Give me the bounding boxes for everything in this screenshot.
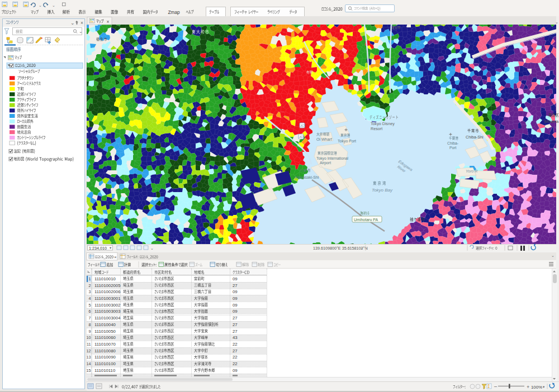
svg-text:Airport: Airport (320, 161, 331, 165)
svg-text:11101003001: 11101003001 (94, 296, 121, 301)
svg-text:111010050: 111010050 (94, 329, 116, 334)
svg-text:111010070: 111010070 (94, 342, 116, 347)
svg-text:111010100: 111010100 (94, 361, 116, 366)
svg-text:⌄: ⌄ (52, 3, 55, 7)
svg-text:Umihotaru PA: Umihotaru PA (354, 218, 378, 222)
svg-text:Zmap: Zmap (168, 9, 181, 15)
svg-text:Chiba-: Chiba- (447, 141, 458, 145)
svg-text:09: 09 (233, 303, 238, 308)
svg-text:111010080: 111010080 (94, 348, 116, 353)
svg-text:3: 3 (89, 289, 91, 294)
svg-text:09: 09 (233, 289, 238, 294)
svg-text:14: 14 (87, 361, 91, 366)
svg-text:22: 22 (233, 342, 238, 347)
svg-text:▾: ▾ (543, 385, 545, 389)
svg-text:111010110: 111010110 (94, 368, 116, 373)
svg-text:11101002005: 11101002005 (94, 283, 121, 288)
svg-text:×: × (114, 255, 117, 260)
svg-text:15: 15 (87, 368, 91, 373)
svg-text:4: 4 (89, 296, 91, 301)
svg-text:09: 09 (233, 309, 238, 314)
svg-text:JCT: JCT (299, 135, 305, 138)
svg-text:–: – (494, 384, 497, 389)
svg-text:9: 9 (89, 329, 91, 334)
svg-text:09: 09 (233, 296, 238, 301)
svg-text:27: 27 (233, 283, 238, 288)
svg-text:⌄: ⌄ (150, 246, 154, 250)
svg-text:⌄: ⌄ (551, 254, 555, 257)
svg-text:09: 09 (233, 368, 238, 373)
svg-text:10: 10 (87, 335, 91, 340)
svg-text:×: × (80, 20, 83, 26)
svg-text:Port: Port (449, 146, 457, 150)
svg-text:Resort: Resort (371, 126, 382, 131)
svg-text:111010060: 111010060 (94, 335, 116, 340)
svg-text:09: 09 (233, 276, 238, 281)
svg-text:11: 11 (87, 342, 91, 347)
svg-text:8: 8 (89, 322, 91, 327)
svg-text:Mihama-K: Mihama-K (544, 119, 559, 123)
svg-text:111010090: 111010090 (94, 355, 116, 360)
svg-text:5: 5 (89, 303, 91, 308)
svg-text:⌄: ⌄ (70, 20, 75, 26)
svg-text:111010040: 111010040 (94, 322, 116, 327)
svg-text:1:234,010: 1:234,010 (89, 246, 107, 251)
svg-text:+: + (527, 384, 529, 390)
svg-text:11101002006: 11101002006 (94, 289, 121, 294)
svg-text:JCT: JCT (300, 124, 306, 127)
svg-text:Kawasaki-Shi: Kawasaki-Shi (295, 175, 319, 179)
svg-text:Oi Wharf: Oi Wharf (316, 137, 332, 141)
svg-text:111010010: 111010010 (94, 276, 116, 281)
svg-text:6: 6 (89, 309, 91, 314)
svg-text:Tokyo Disney: Tokyo Disney (371, 121, 395, 126)
svg-text:⌄: ⌄ (79, 29, 83, 34)
svg-text:11101003002: 11101003002 (94, 303, 121, 308)
svg-text:139.6109800°E 35.6158102°N: 139.6109800°E 35.6158102°N (313, 246, 368, 251)
svg-text:2: 2 (89, 283, 91, 288)
svg-text:Tokyo Port: Tokyo Port (338, 139, 356, 144)
svg-text:27: 27 (233, 322, 238, 327)
svg-text:27: 27 (233, 329, 238, 334)
svg-text:⌄: ⌄ (39, 3, 42, 7)
svg-text:22: 22 (233, 361, 238, 366)
svg-text:Tokyo International: Tokyo International (316, 156, 349, 161)
svg-text:Tokyo Bay: Tokyo Bay (372, 188, 393, 193)
svg-text:27: 27 (233, 348, 238, 353)
svg-text:Yoro R: Yoro R (466, 169, 477, 173)
svg-text:⌄: ⌄ (361, 246, 363, 250)
svg-text:43: 43 (233, 335, 238, 340)
svg-text:27: 27 (233, 315, 238, 321)
svg-text:100%: 100% (531, 385, 542, 390)
svg-text:1: 1 (89, 276, 91, 281)
svg-text:11101003004: 11101003004 (94, 315, 121, 321)
svg-text:×: × (107, 19, 110, 25)
svg-text:⌄: ⌄ (555, 20, 558, 24)
svg-text:Chiba-Shi: Chiba-Shi (466, 135, 484, 140)
svg-text:22: 22 (233, 355, 238, 360)
svg-text:11101003003: 11101003003 (94, 309, 121, 314)
svg-text:7: 7 (89, 315, 91, 321)
svg-text:12: 12 (87, 348, 91, 353)
svg-text:13: 13 (87, 355, 91, 360)
